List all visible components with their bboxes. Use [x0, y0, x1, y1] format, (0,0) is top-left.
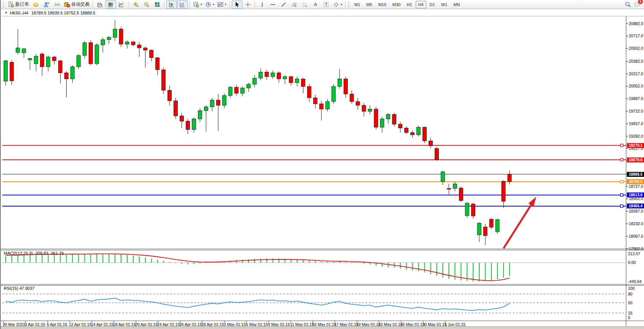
- chart-symbol-period: HK50-,H4: [10, 11, 28, 15]
- candle-body: [101, 40, 105, 45]
- candle-body: [198, 111, 202, 119]
- candle-body: [40, 54, 44, 67]
- trend-arrow-head[interactable]: [528, 197, 536, 207]
- toolbar-separator: [345, 1, 346, 8]
- hline-marker[interactable]: [620, 159, 623, 161]
- chevron-down-icon: ▾: [341, 3, 342, 6]
- timeframe-D1[interactable]: D1: [427, 1, 438, 8]
- zoom-in-icon: [133, 2, 139, 8]
- candle-body: [423, 127, 427, 141]
- price-level-label-18888.5[interactable]: 18888.5: [627, 172, 644, 177]
- candle-body: [253, 78, 257, 84]
- zoom-out-button[interactable]: [141, 0, 152, 9]
- chart-title-bar: ▼ HK50-,H4 18789.5 18939.5 18752.5 18888…: [2, 10, 644, 16]
- hline-marker[interactable]: [620, 194, 623, 196]
- bar-chart-button[interactable]: [95, 0, 105, 9]
- candle-body: [289, 76, 293, 83]
- crosshair-button[interactable]: [242, 0, 253, 9]
- hline-marker[interactable]: [620, 205, 623, 207]
- signal-button[interactable]: [52, 0, 62, 9]
- zoom-in-button[interactable]: [131, 0, 141, 9]
- signal-icon: [54, 2, 60, 8]
- candle-body: [186, 121, 190, 130]
- text-button[interactable]: A: [310, 0, 321, 9]
- candle-body: [259, 72, 263, 78]
- toolbar-separator: [255, 1, 255, 8]
- indicators-button[interactable]: ▾: [191, 0, 204, 9]
- horizontal-line-icon: [270, 2, 276, 8]
- price-level-label-19079.6[interactable]: 19079.6: [627, 157, 644, 162]
- tile-windows-icon: [154, 2, 160, 8]
- timeframe-W1[interactable]: W1: [438, 1, 450, 8]
- templates-button[interactable]: ▾: [216, 0, 228, 9]
- new-order-label: 新订单: [15, 1, 29, 8]
- toolbar-separator: [92, 1, 93, 8]
- tile-windows-button[interactable]: [152, 0, 163, 9]
- candle-body: [380, 119, 384, 127]
- candle-body: [107, 37, 111, 40]
- svg-text:F: F: [306, 5, 307, 8]
- line-chart-button[interactable]: [116, 0, 127, 9]
- price-level-label-18466.4[interactable]: 18466.4: [627, 203, 644, 208]
- chevron-down-icon: ▾: [201, 3, 202, 6]
- profile-button[interactable]: [41, 0, 52, 9]
- trendline-button[interactable]: [278, 0, 289, 9]
- trend-arrow-shaft[interactable]: [504, 204, 532, 248]
- price-level-label-18789.0[interactable]: 18789.0: [627, 179, 644, 184]
- chart-ohlc-values: 18789.5 18939.5 18752.5 18888.5: [31, 11, 95, 15]
- candle-body: [483, 227, 487, 236]
- candle-body: [295, 79, 299, 83]
- timeframe-M15[interactable]: M15: [376, 1, 389, 8]
- autotrading-label: 自动交易: [71, 1, 89, 8]
- candle-body: [489, 219, 493, 227]
- candle-body: [95, 45, 99, 64]
- candle-body: [332, 86, 335, 102]
- candle-body: [34, 56, 38, 64]
- candle-body: [125, 42, 129, 44]
- new-order-icon: [8, 2, 14, 8]
- chart-shift-icon: [179, 2, 185, 8]
- indicators-icon: [193, 2, 199, 8]
- hline-marker[interactable]: [620, 180, 623, 183]
- candle-body: [392, 114, 396, 124]
- timeframe-M5[interactable]: M5: [363, 1, 375, 8]
- candle-body: [405, 128, 408, 133]
- auto-scroll-button[interactable]: [166, 0, 177, 9]
- candlestick-chart-button[interactable]: [105, 0, 116, 9]
- vertical-line-button[interactable]: [257, 0, 268, 9]
- timeframe-M1[interactable]: M1: [352, 1, 363, 8]
- candle-body: [344, 79, 348, 94]
- toolbar-separator: [164, 1, 165, 8]
- vertical-line-icon: [259, 2, 265, 8]
- candle-body: [222, 95, 226, 105]
- notification-badge[interactable]: 1: [638, 0, 643, 4]
- price-level-label-18613.6[interactable]: 18613.6: [627, 192, 644, 197]
- arrows-button[interactable]: ▾: [332, 0, 344, 9]
- price-level-label-19270.1[interactable]: 19270.1: [627, 143, 644, 148]
- candle-body: [137, 45, 141, 48]
- hline-marker[interactable]: [620, 144, 623, 147]
- chart-shift-button[interactable]: [177, 0, 188, 9]
- chart-dropdown-icon[interactable]: ▼: [5, 11, 8, 14]
- clock-icon: [205, 2, 211, 8]
- periods-button[interactable]: ▾: [204, 0, 216, 9]
- candlestick-chart-icon: [108, 2, 114, 8]
- new-order-button[interactable]: 新订单: [6, 0, 30, 9]
- timeframe-bar: M1M5M15M30H1H4D1W1MN: [352, 1, 462, 8]
- fibonacci-button[interactable]: F: [300, 0, 310, 9]
- bar-chart-icon: [97, 2, 103, 8]
- text-label-button[interactable]: T: [321, 0, 332, 9]
- timeframe-M30[interactable]: M30: [390, 1, 403, 8]
- timeframe-H1[interactable]: H1: [404, 1, 414, 8]
- toolbar-grip: [348, 2, 350, 8]
- cursor-button[interactable]: [232, 0, 242, 9]
- editor-button[interactable]: [30, 0, 41, 9]
- channel-button[interactable]: E: [289, 0, 300, 9]
- autotrading-button[interactable]: 自动交易: [62, 0, 91, 9]
- timeframe-MN[interactable]: MN: [451, 1, 462, 8]
- toolbar-right: 1: [625, 2, 640, 8]
- horizontal-line-button[interactable]: [268, 0, 278, 9]
- timeframe-H4[interactable]: H4: [416, 1, 426, 8]
- crosshair-icon: [245, 2, 251, 8]
- search-icon[interactable]: [625, 2, 631, 8]
